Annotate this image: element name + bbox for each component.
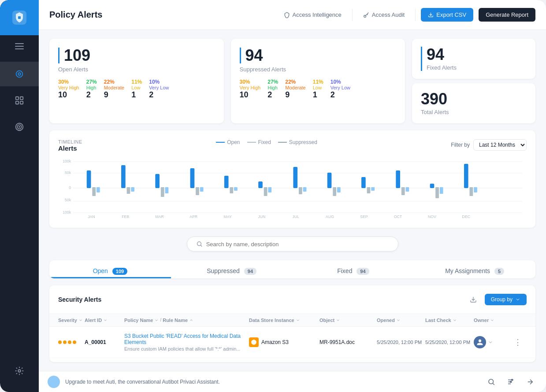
open-tab-badge: 109 [112,268,127,275]
search-section [49,235,535,253]
svg-rect-48 [333,187,336,196]
open-moderate: 22% Moderate 9 [104,79,124,100]
svg-rect-43 [268,187,271,192]
forward-bottom-icon[interactable] [523,375,537,389]
severity-dots-1 [58,340,85,344]
right-stat-cards: 94 Fixed Alerts 390 Total Alerts [412,39,535,123]
column-headers: Severity Alert ID Policy Name / Rule Nam… [49,314,535,327]
access-intelligence-label: Access Intelligence [293,11,342,18]
sup-very-high: 30% Very High 10 [240,79,261,100]
open-low: 11% Low 1 [131,79,142,100]
svg-rect-7 [16,97,19,100]
download-icon [428,12,434,18]
svg-text:50k: 50k [65,198,71,202]
access-intelligence-link[interactable]: Access Intelligence [279,9,347,21]
svg-rect-44 [293,167,297,188]
sort-icon [453,318,457,322]
time-filter-select[interactable]: Last 12 Months Last 6 Months Last 3 Mont… [473,139,527,151]
suppressed-alerts-breakdown: 30% Very High 10 27% High 2 22% Moderate [240,79,397,100]
chart-header: Timeline Alerts Open Fixed [58,139,527,152]
col-policy-name: Policy Name / Rule Name [124,318,249,323]
app-logo[interactable] [0,0,39,35]
export-csv-button[interactable]: Export CSV [421,8,473,22]
sidebar-item-grid[interactable] [0,88,39,113]
hamburger-menu[interactable] [0,35,39,57]
key-icon [363,12,369,18]
svg-rect-31 [131,187,134,192]
svg-text:MAY: MAY [224,214,232,219]
legend-open: Open [216,139,240,145]
svg-rect-1 [18,16,21,19]
policy-name-1[interactable]: S3 Bucket Public 'READ' Access for Medic… [124,333,249,345]
svg-rect-30 [127,187,130,194]
table-download-icon[interactable] [466,292,480,307]
chart-filter: Filter by Last 12 Months Last 6 Months L… [451,139,527,151]
dot-4 [73,340,76,344]
fixed-tab-badge: 94 [357,268,369,275]
svg-text:50k: 50k [65,170,71,175]
svg-rect-54 [401,187,405,195]
svg-rect-45 [299,187,302,194]
svg-rect-39 [230,187,233,193]
svg-text:100k: 100k [63,159,71,163]
table-section: Security Alerts Group by [49,285,535,362]
sort-icon [103,318,108,322]
sort-icon [336,318,340,322]
svg-point-75 [489,379,494,384]
search-box [187,237,398,251]
sidebar-item-policy[interactable] [0,62,39,86]
sidebar-item-settings[interactable] [0,359,39,383]
svg-rect-49 [337,187,341,192]
tab-fixed[interactable]: Fixed 94 [293,260,414,278]
sidebar-item-target[interactable] [0,115,39,139]
svg-point-13 [19,126,20,127]
search-input[interactable] [206,241,389,248]
tab-suppressed[interactable]: Suppressed 94 [171,260,293,278]
svg-rect-34 [165,187,169,193]
svg-rect-38 [224,176,229,188]
svg-rect-50 [361,177,366,188]
bottom-bar-actions [484,375,537,389]
table-actions: Group by [466,292,527,307]
table-header: Security Alerts Group by [49,285,535,314]
filter-bottom-icon[interactable] [504,375,518,389]
svg-rect-33 [161,187,164,197]
table-row: A_00001 Scan SMB 10893_partial Ensure th… [49,358,535,362]
tabs-bar: Open 109 Suppressed 94 Fixed 94 My Assig… [49,260,535,278]
last-check-1: 5/25/2020, 12:00 PM [425,340,474,345]
svg-rect-61 [474,187,477,192]
svg-rect-27 [92,187,96,196]
svg-rect-57 [435,187,439,198]
tab-my-assignments[interactable]: My Assignments 5 [414,260,535,278]
svg-rect-4 [15,48,24,49]
col-actions [509,318,527,323]
svg-rect-2 [15,43,24,44]
generate-report-button[interactable]: Generate Report [479,8,535,22]
amazon-s3-icon [249,337,259,347]
svg-rect-8 [20,97,23,100]
svg-point-15 [364,15,366,17]
total-alerts-card: 390 Total Alerts [412,83,535,123]
svg-point-6 [18,73,21,75]
expand-icon-1[interactable] [488,340,493,345]
search-bottom-icon[interactable] [484,375,498,389]
header-divider-2 [415,9,416,21]
svg-text:APR: APR [189,214,197,219]
suppressed-alerts-label: Suppressed Alerts [240,66,397,73]
svg-rect-32 [155,174,160,188]
col-severity: Severity [58,318,85,323]
legend-suppressed-line [278,142,287,143]
sort-icon [189,318,193,322]
tab-open[interactable]: Open 109 [49,260,171,278]
svg-text:JAN: JAN [88,214,95,219]
open-very-high: 30% Very High 10 [58,79,79,100]
access-audit-link[interactable]: Access Audit [358,9,410,21]
svg-rect-29 [121,165,126,188]
sort-icon [396,318,401,322]
svg-rect-41 [258,181,263,188]
fixed-alerts-label: Fixed Alerts [427,64,457,71]
access-audit-label: Access Audit [372,11,405,18]
chevron-down-icon [515,297,520,302]
row-menu-1[interactable]: ⋮ [509,337,527,347]
group-by-button[interactable]: Group by [485,294,527,305]
